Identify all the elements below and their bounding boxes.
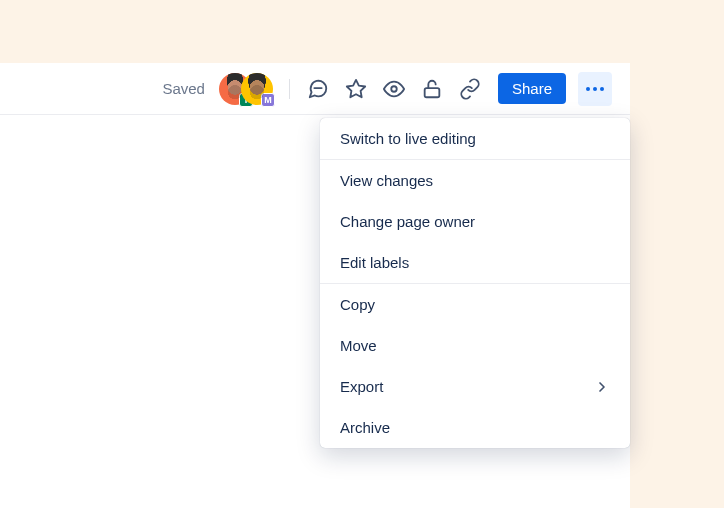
- menu-item-label: Copy: [340, 296, 375, 313]
- menu-edit-labels[interactable]: Edit labels: [320, 242, 630, 283]
- avatar-user-2[interactable]: M: [241, 73, 273, 105]
- svg-point-2: [391, 86, 397, 92]
- menu-item-label: Export: [340, 378, 383, 395]
- watch-icon[interactable]: [378, 73, 410, 105]
- page-toolbar: Saved I M Share: [0, 63, 630, 115]
- menu-change-page-owner[interactable]: Change page owner: [320, 201, 630, 242]
- menu-archive[interactable]: Archive: [320, 407, 630, 448]
- svg-marker-1: [347, 79, 365, 96]
- menu-item-label: Archive: [340, 419, 390, 436]
- menu-view-changes[interactable]: View changes: [320, 160, 630, 201]
- menu-copy[interactable]: Copy: [320, 284, 630, 325]
- svg-rect-3: [425, 88, 440, 97]
- menu-export[interactable]: Export: [320, 366, 630, 407]
- share-button[interactable]: Share: [498, 73, 566, 104]
- menu-switch-live-editing[interactable]: Switch to live editing: [320, 118, 630, 159]
- more-icon: [586, 87, 604, 91]
- menu-item-label: View changes: [340, 172, 433, 189]
- star-icon[interactable]: [340, 73, 372, 105]
- menu-item-label: Switch to live editing: [340, 130, 476, 147]
- saved-status: Saved: [162, 80, 205, 97]
- unlock-icon[interactable]: [416, 73, 448, 105]
- avatar-badge-2: M: [261, 93, 275, 107]
- menu-item-label: Move: [340, 337, 377, 354]
- menu-move[interactable]: Move: [320, 325, 630, 366]
- menu-item-label: Edit labels: [340, 254, 409, 271]
- more-actions-button[interactable]: [578, 72, 612, 106]
- link-icon[interactable]: [454, 73, 486, 105]
- more-actions-menu: Switch to live editing View changes Chan…: [320, 118, 630, 448]
- toolbar-divider: [289, 79, 290, 99]
- comment-icon[interactable]: [302, 73, 334, 105]
- chevron-right-icon: [594, 379, 610, 395]
- menu-item-label: Change page owner: [340, 213, 475, 230]
- presence-avatars: I M: [219, 73, 273, 105]
